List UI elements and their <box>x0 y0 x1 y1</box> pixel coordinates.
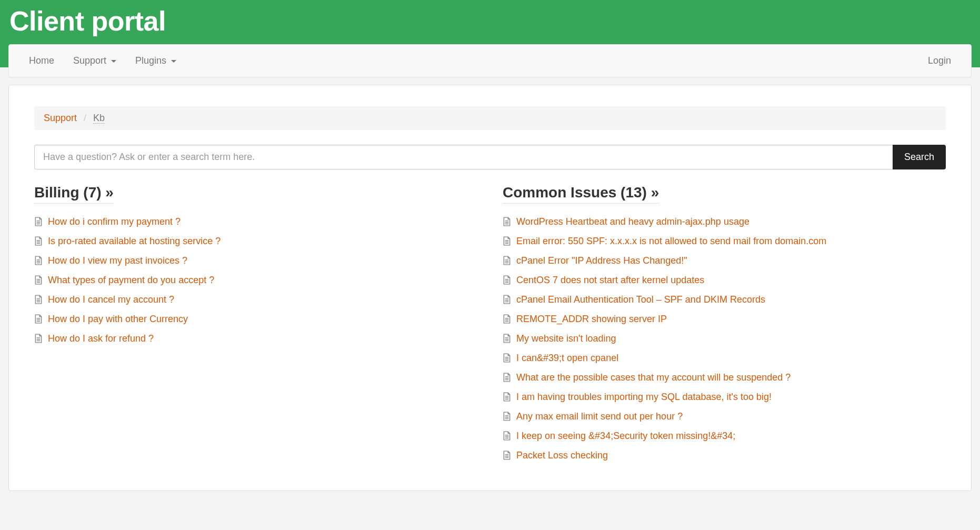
article-link[interactable]: I am having troubles importing my SQL da… <box>516 390 772 404</box>
document-icon <box>503 293 511 306</box>
list-item: How do I pay with other Currency <box>34 309 477 329</box>
caret-down-icon <box>171 60 176 63</box>
nav-item-label: Plugins <box>135 55 166 66</box>
nav-item-label: Login <box>928 55 951 66</box>
document-icon <box>503 215 511 228</box>
document-icon <box>503 390 511 404</box>
article-link[interactable]: What are the possible cases that my acco… <box>516 371 791 385</box>
document-icon <box>34 215 43 228</box>
document-icon <box>34 273 43 287</box>
nav-item-login[interactable]: Login <box>918 45 961 77</box>
document-icon <box>503 254 511 267</box>
category-column: Common Issues (13) »WordPress Heartbeat … <box>503 184 946 465</box>
list-item: Packet Loss checking <box>503 446 946 465</box>
article-link[interactable]: cPanel Email Authentication Tool – SPF a… <box>516 293 765 307</box>
nav-left: HomeSupport Plugins <box>19 45 186 77</box>
category-columns: Billing (7) »How do i confirm my payment… <box>34 184 946 465</box>
document-icon <box>503 429 511 443</box>
category-title[interactable]: Billing (7) » <box>34 184 114 204</box>
article-link[interactable]: How do I view my past invoices ? <box>48 254 187 268</box>
search-button[interactable]: Search <box>893 145 946 169</box>
nav-item-label: Support <box>73 55 106 66</box>
list-item: I can&#39;t open cpanel <box>503 348 946 368</box>
list-item: How do I cancel my account ? <box>34 290 477 309</box>
list-item: Any max email limit send out per hour ? <box>503 407 946 426</box>
document-icon <box>34 293 43 306</box>
nav-item-label: Home <box>29 55 54 66</box>
article-link[interactable]: Any max email limit send out per hour ? <box>516 409 683 424</box>
caret-down-icon <box>111 60 116 63</box>
article-link[interactable]: How do I ask for refund ? <box>48 332 154 346</box>
document-icon <box>503 234 511 248</box>
breadcrumb-active: Kb <box>93 113 105 124</box>
nav-right: Login <box>918 45 961 77</box>
list-item: I keep on seeing &#34;Security token mis… <box>503 426 946 446</box>
document-icon <box>503 448 511 462</box>
list-item: WordPress Heartbeat and heavy admin-ajax… <box>503 212 946 232</box>
article-link[interactable]: REMOTE_ADDR showing server IP <box>516 312 667 326</box>
list-item: My website isn't loading <box>503 329 946 348</box>
list-item: cPanel Email Authentication Tool – SPF a… <box>503 290 946 309</box>
article-link[interactable]: How do I pay with other Currency <box>48 312 188 326</box>
article-link[interactable]: My website isn't loading <box>516 332 616 346</box>
document-icon <box>34 332 43 345</box>
site-title: Client portal <box>0 0 980 41</box>
document-icon <box>34 254 43 267</box>
list-item: How do I view my past invoices ? <box>34 251 477 271</box>
article-link[interactable]: Packet Loss checking <box>516 448 608 463</box>
document-icon <box>503 351 511 365</box>
breadcrumb-separator: / <box>79 113 91 123</box>
article-link[interactable]: What types of payment do you accept ? <box>48 273 214 287</box>
list-item: CentOS 7 does not start after kernel upd… <box>503 271 946 290</box>
breadcrumb-link-support[interactable]: Support <box>44 113 77 123</box>
nav-item-plugins[interactable]: Plugins <box>126 45 186 77</box>
article-list: How do i confirm my payment ?Is pro-rate… <box>34 212 477 348</box>
article-list: WordPress Heartbeat and heavy admin-ajax… <box>503 212 946 465</box>
list-item: cPanel Error "IP Address Has Changed!" <box>503 251 946 271</box>
category-column: Billing (7) »How do i confirm my payment… <box>34 184 477 465</box>
category-title[interactable]: Common Issues (13) » <box>503 184 659 204</box>
document-icon <box>503 371 511 384</box>
document-icon <box>503 312 511 326</box>
document-icon <box>503 273 511 287</box>
document-icon <box>34 312 43 326</box>
navbar: HomeSupport Plugins Login <box>8 44 972 77</box>
article-link[interactable]: How do i confirm my payment ? <box>48 215 181 229</box>
list-item: Is pro-rated available at hosting servic… <box>34 232 477 251</box>
article-link[interactable]: CentOS 7 does not start after kernel upd… <box>516 273 704 287</box>
search-input[interactable] <box>34 145 893 169</box>
list-item: What types of payment do you accept ? <box>34 271 477 290</box>
list-item: I am having troubles importing my SQL da… <box>503 387 946 407</box>
main-panel: Support / Kb Search Billing (7) »How do … <box>8 85 972 491</box>
article-link[interactable]: WordPress Heartbeat and heavy admin-ajax… <box>516 215 749 229</box>
article-link[interactable]: Is pro-rated available at hosting servic… <box>48 234 221 248</box>
list-item: REMOTE_ADDR showing server IP <box>503 309 946 329</box>
nav-item-support[interactable]: Support <box>64 45 126 77</box>
article-link[interactable]: How do I cancel my account ? <box>48 293 174 307</box>
article-link[interactable]: cPanel Error "IP Address Has Changed!" <box>516 254 687 268</box>
list-item: Email error: 550 SPF: x.x.x.x is not all… <box>503 232 946 251</box>
article-link[interactable]: I keep on seeing &#34;Security token mis… <box>516 429 735 443</box>
article-link[interactable]: Email error: 550 SPF: x.x.x.x is not all… <box>516 234 826 248</box>
nav-item-home[interactable]: Home <box>19 45 64 77</box>
document-icon <box>503 332 511 345</box>
list-item: How do i confirm my payment ? <box>34 212 477 232</box>
article-link[interactable]: I can&#39;t open cpanel <box>516 351 618 365</box>
search-row: Search <box>34 145 946 169</box>
document-icon <box>34 234 43 248</box>
document-icon <box>503 409 511 423</box>
list-item: What are the possible cases that my acco… <box>503 368 946 387</box>
breadcrumb: Support / Kb <box>34 106 946 130</box>
list-item: How do I ask for refund ? <box>34 329 477 348</box>
